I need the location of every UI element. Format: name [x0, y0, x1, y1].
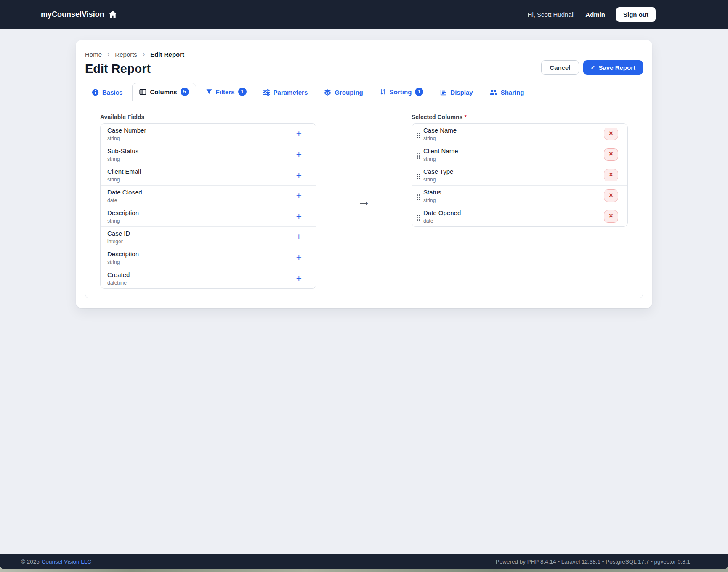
remove-column-button[interactable]: × — [604, 128, 618, 140]
selected-column-row[interactable]: Case Namestring × — [412, 124, 627, 144]
add-field-button[interactable]: + — [296, 170, 302, 180]
remove-column-button[interactable]: × — [604, 148, 618, 161]
user-greeting: Hi, Scott Hudnall — [528, 11, 575, 18]
footer-powered-by: Powered by PHP 8.4.14 • Laravel 12.38.1 … — [496, 559, 690, 565]
table-columns-icon — [139, 88, 146, 96]
right-arrow-icon: → — [358, 195, 371, 208]
tab-parameters-label: Parameters — [274, 89, 308, 96]
drag-handle-icon[interactable] — [416, 194, 421, 200]
remove-column-button[interactable]: × — [604, 189, 618, 202]
drag-handle-icon[interactable] — [416, 153, 421, 159]
breadcrumb-reports[interactable]: Reports — [115, 51, 137, 58]
tab-grouping-label: Grouping — [335, 89, 363, 96]
column-type: string — [423, 136, 604, 141]
column-name: Case Type — [423, 168, 604, 176]
available-field-row: Case IDinteger + — [101, 227, 316, 247]
field-name: Case ID — [107, 229, 296, 237]
chart-icon — [440, 89, 447, 96]
signout-button[interactable]: Sign out — [616, 7, 656, 22]
selected-column-row[interactable]: Case Typestring × — [412, 165, 627, 186]
available-field-row: Date Closeddate + — [101, 186, 316, 206]
edit-report-card: Home › Reports › Edit Report Edit Report… — [76, 40, 652, 308]
admin-link[interactable]: Admin — [585, 11, 605, 18]
column-type: string — [423, 156, 604, 162]
brand-logo[interactable]: myCounselVision — [41, 10, 117, 19]
available-field-row: Descriptionstring + — [101, 206, 316, 227]
available-fields-section: Available Fields Case Numberstring + Sub… — [100, 114, 316, 289]
remove-column-button[interactable]: × — [604, 169, 618, 181]
tab-parameters[interactable]: Parameters — [256, 85, 315, 101]
drag-handle-icon[interactable] — [416, 173, 421, 180]
available-field-row: Descriptionstring + — [101, 247, 316, 268]
available-fields-label: Available Fields — [100, 114, 316, 120]
available-field-row: Client Emailstring + — [101, 165, 316, 186]
tab-basics[interactable]: Basics — [85, 85, 129, 101]
field-type: string — [107, 259, 296, 265]
breadcrumb-separator: › — [107, 51, 109, 58]
drag-handle-icon[interactable] — [416, 215, 421, 221]
column-name: Status — [423, 188, 604, 196]
tab-filters-label: Filters — [216, 88, 235, 96]
drag-handle-icon[interactable] — [416, 132, 421, 138]
field-type: datetime — [107, 280, 296, 286]
tab-columns-label: Columns — [150, 88, 177, 96]
field-name: Client Email — [107, 168, 296, 176]
tab-filters[interactable]: Filters 1 — [199, 83, 253, 101]
selected-column-row[interactable]: Date Openeddate × — [412, 206, 627, 226]
available-field-row: Case Numberstring + — [101, 124, 316, 144]
tab-sharing-label: Sharing — [501, 89, 524, 96]
selected-column-row[interactable]: Client Namestring × — [412, 144, 627, 165]
selected-columns-list: Case Namestring × Client Namestring × Ca… — [412, 123, 628, 227]
sliders-icon — [263, 89, 270, 96]
breadcrumb-separator: › — [143, 51, 145, 58]
tab-sorting[interactable]: Sorting 1 — [373, 83, 430, 101]
card-header: Home › Reports › Edit Report Edit Report… — [85, 51, 643, 76]
available-field-row: Createddatetime + — [101, 268, 316, 288]
tab-grouping[interactable]: Grouping — [317, 85, 370, 101]
field-name: Date Closed — [107, 188, 296, 196]
app-window: myCounselVision Hi, Scott Hudnall Admin … — [0, 0, 728, 569]
info-icon — [92, 89, 99, 96]
add-field-button[interactable]: + — [296, 212, 302, 221]
column-type: string — [423, 197, 604, 203]
cancel-button[interactable]: Cancel — [541, 60, 579, 75]
columns-tab-panel: Available Fields Case Numberstring + Sub… — [85, 101, 643, 298]
field-name: Created — [107, 271, 296, 279]
top-navbar: myCounselVision Hi, Scott Hudnall Admin … — [0, 0, 728, 29]
layers-icon — [324, 89, 331, 96]
users-icon — [489, 89, 497, 96]
add-field-button[interactable]: + — [296, 232, 302, 242]
field-type: string — [107, 136, 296, 141]
page-title: Edit Report — [85, 62, 184, 76]
selected-column-row[interactable]: Statusstring × — [412, 186, 627, 206]
navbar-right: Hi, Scott Hudnall Admin Sign out — [528, 7, 656, 22]
add-field-button[interactable]: + — [296, 150, 302, 160]
tab-basics-label: Basics — [102, 89, 122, 96]
add-field-button[interactable]: + — [296, 191, 302, 201]
tab-columns[interactable]: Columns 5 — [132, 83, 196, 101]
add-field-button[interactable]: + — [296, 253, 302, 263]
column-name: Client Name — [423, 147, 604, 155]
available-field-row: Sub-Statusstring + — [101, 144, 316, 165]
filters-count-badge: 1 — [238, 88, 247, 96]
save-report-button[interactable]: ✓ Save Report — [583, 60, 643, 75]
tab-display-label: Display — [450, 89, 473, 96]
columns-count-badge: 5 — [181, 88, 189, 96]
company-link[interactable]: Counsel Vision LLC — [42, 559, 91, 565]
column-name: Date Opened — [423, 209, 604, 217]
tab-bar: Basics Columns 5 Filters 1 — [85, 83, 643, 101]
selected-columns-label: Selected Columns* — [412, 114, 628, 120]
filter-funnel-icon — [206, 88, 213, 95]
add-field-button[interactable]: + — [296, 129, 302, 139]
field-type: string — [107, 156, 296, 162]
remove-column-button[interactable]: × — [604, 210, 618, 223]
tab-sharing[interactable]: Sharing — [483, 85, 531, 101]
tab-sorting-label: Sorting — [390, 88, 412, 96]
breadcrumb-home[interactable]: Home — [85, 51, 102, 58]
footer-copyright: © 2025 Counsel Vision LLC — [21, 559, 91, 565]
tab-display[interactable]: Display — [433, 85, 479, 101]
add-field-button[interactable]: + — [296, 274, 302, 283]
main-area: Home › Reports › Edit Report Edit Report… — [0, 29, 728, 554]
transfer-arrow-area: → — [316, 114, 412, 289]
selected-columns-section: Selected Columns* Case Namestring × Clie… — [412, 114, 628, 289]
